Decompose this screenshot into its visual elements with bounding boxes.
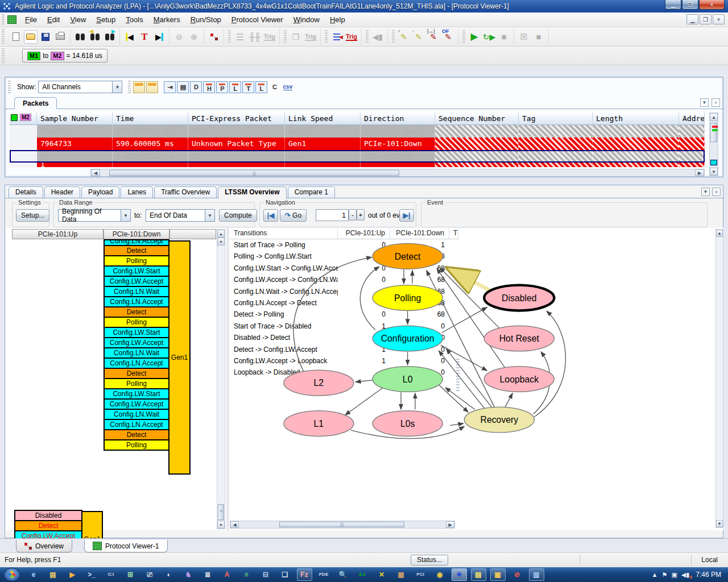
scrollbar-thumb[interactable] <box>218 504 224 520</box>
lanes-view-icon[interactable]: L <box>229 81 241 93</box>
panel-splitter[interactable] <box>226 228 229 530</box>
zoom-out-icon[interactable]: ⊖ <box>172 30 186 44</box>
menu-protocol-viewer[interactable]: Protocol Viewer <box>226 14 288 26</box>
taskbar-ie-icon[interactable]: e <box>26 568 42 581</box>
taskbar-blocked-clock-icon[interactable]: ⊘ <box>510 568 525 581</box>
scroll-up-icon[interactable]: ▲ <box>217 230 225 238</box>
payload-view-icon[interactable]: P <box>216 81 228 93</box>
taskbar-pde-icon[interactable]: PDE <box>316 568 332 581</box>
show-channels-dropdown[interactable]: All Channels ▼ <box>38 81 122 93</box>
menu-help[interactable]: Help <box>325 14 350 26</box>
column-header-address[interactable]: Address, <box>679 113 705 125</box>
collapse-all-icon[interactable] <box>146 81 158 93</box>
tab-header[interactable]: Header <box>44 186 80 198</box>
window-tab-overview[interactable]: Overview <box>16 540 72 552</box>
scroll-down-icon[interactable]: ▼ <box>716 520 723 527</box>
find-icon[interactable] <box>73 30 87 44</box>
trigger-marker-icon[interactable]: T <box>138 30 151 44</box>
close-button[interactable]: × <box>699 0 725 10</box>
taskbar-xball-icon[interactable]: ✕ <box>374 568 390 581</box>
open-file-button[interactable] <box>24 30 38 44</box>
tab-packets[interactable]: Packets <box>14 97 57 109</box>
save-button[interactable] <box>39 30 52 44</box>
packets-horizontal-scrollbar[interactable]: ◀ ▶ <box>90 169 705 177</box>
taskbar-clock[interactable]: 7:46 PM <box>693 571 723 579</box>
taskbar-p21-icon[interactable]: 2-1 <box>355 568 370 581</box>
new-file-button[interactable] <box>9 30 23 44</box>
compute-button[interactable]: Compute <box>219 209 257 222</box>
column-header-tag[interactable]: Tag <box>519 113 593 125</box>
event-list-icon[interactable]: ◀ <box>330 30 344 44</box>
window-tab-protocol-viewer-1[interactable]: Protocol Viewer-1 <box>84 540 168 552</box>
menu-run-stop[interactable]: Run/Stop <box>185 14 226 26</box>
run-repetitive-button[interactable]: ↻▶ <box>482 30 496 44</box>
menu-tools[interactable]: Tools <box>121 14 148 26</box>
column-header-up[interactable]: PCIe-101:Up <box>12 229 104 239</box>
taskbar-filezilla-icon[interactable]: Fz <box>297 568 312 581</box>
network-icon[interactable]: ▣ <box>671 571 677 579</box>
taskbar-wizard-icon[interactable]: ♞ <box>181 568 196 581</box>
menu-window[interactable]: Window <box>288 14 325 26</box>
goto-begin-marker-icon[interactable]: ◀ <box>123 30 136 44</box>
taskbar-pci-scope-icon[interactable]: PCI <box>413 568 428 581</box>
tab-lanes[interactable]: Lanes <box>121 186 153 198</box>
waveform-icon[interactable]: ╫╫ <box>248 30 262 44</box>
stop-all-icon[interactable]: ■ <box>532 30 545 44</box>
start-button[interactable] <box>3 568 20 581</box>
ladder-vertical-scrollbar[interactable]: ▲ ▼ ▼ <box>217 229 225 529</box>
taskbar-doc-search-icon[interactable]: 🔍 <box>336 568 351 581</box>
chevron-down-icon[interactable]: ▼ <box>205 210 214 221</box>
marker-readout[interactable]: M1 to M2 = 14.618 us <box>22 49 107 63</box>
mdi-minimize-button[interactable]: ▁ <box>686 14 698 24</box>
offset-marker-icon[interactable]: ✎OF <box>441 30 455 44</box>
scrollbar-thumb[interactable] <box>109 170 399 176</box>
taskbar-window-app-icon[interactable]: ❏ <box>278 568 293 581</box>
menu-edit[interactable]: Edit <box>42 14 65 26</box>
menu-setup[interactable]: Setup <box>91 14 121 26</box>
tab-traffic-overview[interactable]: Traffic Overview <box>154 186 217 198</box>
chevron-down-icon[interactable]: ▼ <box>121 210 130 221</box>
data-range-from-dropdown[interactable]: Beginning Of Data ▼ <box>58 209 131 222</box>
packet-row[interactable]: 1 <box>10 163 705 167</box>
menu-view[interactable]: View <box>65 14 91 26</box>
taskbar-chip-icon[interactable]: ▦ <box>394 568 409 581</box>
panel-close-icon[interactable]: × <box>712 98 720 107</box>
data-range-to-dropdown[interactable]: End Of Data ▼ <box>146 209 215 222</box>
column-header-time[interactable]: Time <box>113 113 188 125</box>
overview-window-icon[interactable] <box>207 30 221 44</box>
traffic-view-icon[interactable]: T <box>242 81 254 93</box>
details-view-icon[interactable]: D <box>190 81 202 93</box>
restore-button[interactable]: ❐ <box>682 0 698 10</box>
taskbar-pc-sync-icon[interactable]: ⊞ <box>123 568 138 581</box>
taskbar-chrome-icon[interactable]: ◉ <box>432 568 448 581</box>
mdi-restore-button[interactable]: ❐ <box>700 14 712 24</box>
panel-menu-icon[interactable]: ▼ <box>700 98 709 107</box>
taskbar-agilent-lpa-icon[interactable]: ✳ <box>452 568 467 581</box>
taskbar-devices-icon[interactable]: ⎚ <box>142 568 158 581</box>
setup-button[interactable]: Setup... <box>16 209 49 222</box>
taskbar-cmd-icon[interactable]: C:\ <box>104 568 119 581</box>
increment-stepper[interactable]: + <box>357 209 365 221</box>
go-button[interactable]: ↷Go <box>280 209 307 222</box>
expand-all-icon[interactable] <box>133 81 145 93</box>
column-header-length[interactable]: Length <box>593 113 679 125</box>
header-view-icon[interactable]: H <box>203 81 215 93</box>
scroll-down-icon[interactable]: ▼ <box>217 521 225 529</box>
insert-column-icon[interactable]: ⇥ <box>164 81 176 93</box>
csv-export-icon[interactable]: csv <box>282 81 293 93</box>
menu-file[interactable]: File <box>20 14 42 26</box>
status-button[interactable]: Status... <box>411 555 448 566</box>
column-header-sequence-number[interactable]: Sequence Number <box>435 113 519 125</box>
tab-ltssm-overview[interactable]: LTSSM Overview <box>218 186 286 199</box>
tab-payload[interactable]: Payload <box>81 186 119 198</box>
decrement-stepper[interactable]: - <box>349 209 357 221</box>
find-previous-icon[interactable]: ◀ <box>88 30 102 44</box>
scroll-up-icon[interactable]: ▲ <box>710 113 718 121</box>
zoom-in-icon[interactable]: ⊕ <box>187 30 201 44</box>
panel-close-icon[interactable]: × <box>712 188 721 196</box>
packets-vertical-scrollbar[interactable]: ▲ ▼ <box>709 113 718 176</box>
run-button[interactable]: ▶ <box>468 30 481 44</box>
print-button[interactable] <box>53 30 67 44</box>
taskbar-contrast-icon[interactable]: ◐ <box>162 568 177 581</box>
trigger-setup-disabled-icon[interactable]: Trig <box>263 30 276 44</box>
